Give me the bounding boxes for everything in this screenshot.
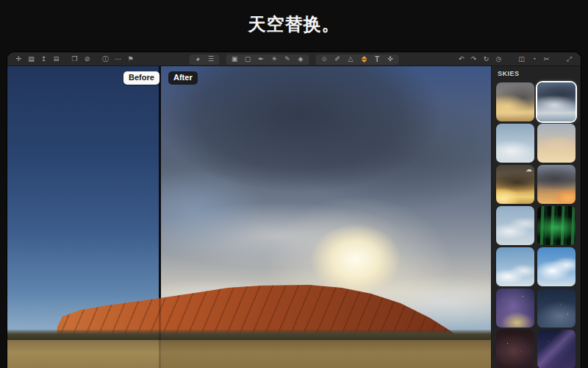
pen-icon[interactable]: ✒	[257, 55, 265, 64]
layer-tool-group: ▣ ▢ ✒ ☀ ✎ ◈	[226, 54, 309, 65]
sky-thumb-golden-dusk[interactable]	[496, 82, 534, 121]
gallery-icon[interactable]: ▤	[27, 54, 35, 63]
canvas-icon[interactable]: ▢	[244, 55, 252, 64]
sky-thumb-galaxy-band[interactable]	[537, 330, 576, 368]
view-tools: ❐ ⊘	[71, 54, 91, 63]
draw-icon[interactable]: ✎	[284, 55, 292, 64]
sky-thumb-red-night[interactable]	[496, 330, 534, 368]
add-icon[interactable]: ✛	[15, 54, 23, 63]
skies-grid: ☁	[496, 82, 576, 368]
redo-icon[interactable]: ↷	[470, 54, 478, 63]
crop-icon[interactable]: ▣	[231, 55, 239, 64]
sidebar-icon[interactable]: ◫	[517, 54, 526, 63]
export-icon[interactable]: ↥	[40, 54, 48, 63]
slice-icon[interactable]: ⊘	[83, 54, 91, 63]
skies-panel: SKIES ☁	[491, 66, 581, 368]
sky-thumb-cumulus-day[interactable]	[496, 247, 534, 286]
face-icon[interactable]: ☺	[320, 55, 329, 64]
cloud-download-icon: ☁	[526, 166, 532, 173]
retouch-icon[interactable]: ✐	[334, 55, 342, 64]
center-tools: ◕ ☰ ▣ ▢ ✒ ☀ ✎ ◈ ☺ ✐ △ T ✜	[190, 52, 399, 66]
edit-tool-group: ☺ ✐ △ T ✜	[316, 54, 399, 65]
before-badge: Before	[123, 71, 159, 85]
sky-thumb-orange-sunset[interactable]	[537, 165, 576, 204]
info-icon[interactable]: ⓘ	[101, 54, 110, 63]
flag-icon[interactable]: ⚑	[126, 54, 135, 63]
adjustments-icon[interactable]: ☰	[207, 55, 215, 64]
type-icon[interactable]: T	[373, 55, 381, 64]
sky-thumb-warm-haze[interactable]	[537, 124, 576, 163]
sky-thumb-aurora[interactable]	[537, 206, 576, 245]
editor-canvas[interactable]: Before After	[7, 66, 491, 368]
undo-icon[interactable]: ↶	[457, 54, 465, 63]
page-title: 天空替换。	[0, 13, 588, 36]
after-image[interactable]	[161, 66, 491, 368]
more-icon[interactable]: ⋯	[114, 54, 122, 63]
revert-icon[interactable]: ↻	[482, 54, 490, 63]
solid-icon[interactable]: ◈	[297, 55, 305, 64]
arrange-icon[interactable]	[360, 55, 368, 64]
sky-thumb-storm-blue-selected[interactable]	[537, 82, 576, 121]
preview-icon[interactable]: ◔	[530, 54, 538, 63]
trim-icon[interactable]: ⊟	[52, 54, 60, 63]
right-tools: ↶ ↷ ↻ ◷ ◫ ◔ ✂ ⤢	[457, 54, 573, 63]
transform-icon[interactable]: ✜	[387, 55, 395, 64]
sky-thumb-milky-way[interactable]	[496, 289, 534, 328]
split-seam	[159, 66, 161, 368]
sky-thumb-soft-blue[interactable]	[496, 206, 534, 245]
color-tool-group: ◕ ☰	[190, 54, 220, 65]
after-badge: After	[168, 71, 198, 85]
meta-tools: ⓘ ⋯ ⚑	[101, 54, 135, 63]
sky-thumb-starfield[interactable]	[537, 289, 576, 328]
skies-panel-title: SKIES	[498, 70, 520, 77]
warp-icon[interactable]: △	[347, 55, 355, 64]
file-tools: ✛ ▤ ↥ ⊟	[15, 54, 60, 63]
sky-thumb-golden-sunset[interactable]: ☁	[496, 165, 534, 204]
duplicate-icon[interactable]: ❐	[71, 54, 79, 63]
before-image[interactable]	[7, 66, 159, 368]
history-icon[interactable]: ◷	[495, 54, 503, 63]
sky-thumb-bright-cumulus[interactable]	[537, 247, 576, 286]
color-wheel-icon[interactable]: ◕	[194, 55, 202, 64]
toolbar: ✛ ▤ ↥ ⊟ ❐ ⊘ ⓘ ⋯ ⚑ ◕ ☰ ▣ ▢ ✒ ☀ ✎ ◈	[7, 52, 581, 66]
sky-thumb-pale-wisps[interactable]	[496, 124, 534, 163]
app-window: ✛ ▤ ↥ ⊟ ❐ ⊘ ⓘ ⋯ ⚑ ◕ ☰ ▣ ▢ ✒ ☀ ✎ ◈	[7, 52, 581, 368]
light-icon[interactable]: ☀	[270, 55, 279, 64]
expand-icon[interactable]: ⤢	[565, 54, 573, 63]
cut-icon[interactable]: ✂	[542, 54, 551, 63]
